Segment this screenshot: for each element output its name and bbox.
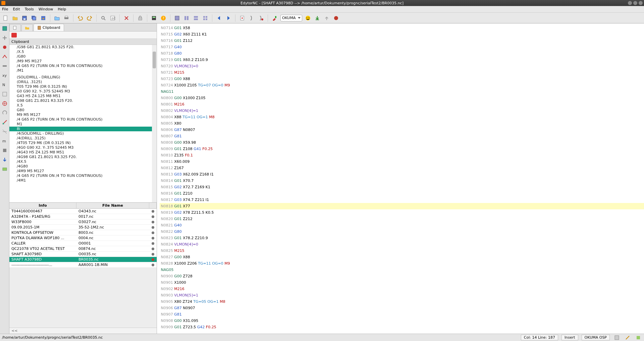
clipboard-list[interactable]: /G98 G81 Z1.8021 R3.325 F20./X.5/G80/M9 … (9, 45, 157, 202)
clipboard-item[interactable]: /4G98 G81 Z1.8021 R3.325 F20. (9, 155, 157, 159)
clipboard-item[interactable]: /4G0 G90 X2. Y-.375 S2445 M3 (9, 145, 157, 150)
menu-help[interactable]: Help (58, 7, 66, 11)
redo-button[interactable] (86, 14, 93, 22)
upload-button[interactable] (323, 14, 330, 22)
save-all-button[interactable] (30, 14, 38, 22)
ts-btn-12[interactable] (1, 128, 8, 135)
file-row[interactable]: SHAFT A30798DO0035.nc (9, 252, 157, 257)
col-fname-header[interactable]: File Name (76, 203, 149, 208)
ts-btn-13[interactable]: m (1, 137, 8, 145)
tab-clipboard[interactable]: Clipboard (34, 24, 64, 31)
file-row[interactable]: A32847A - P1AES/RG0017.nc (9, 214, 157, 219)
ts-btn-10[interactable] (1, 109, 8, 117)
clipboard-item[interactable]: /4X.5 (9, 159, 157, 164)
clipboard-item[interactable]: /4(DRILL .3125) (9, 136, 157, 141)
status-tool-3[interactable] (635, 334, 642, 341)
ts-btn-1[interactable] (1, 25, 8, 32)
clipboard-item[interactable]: /G98 G81 Z1.8021 R3.325 F20. (9, 45, 157, 50)
arrow-left-button[interactable] (215, 14, 223, 22)
clipboard-item[interactable]: X.5 (9, 103, 157, 108)
clipboard-item[interactable]: G43 H5 Z4.125 M8 M51 (9, 94, 157, 98)
clipboard-item[interactable]: 8i (9, 127, 157, 131)
readonly-button[interactable] (137, 14, 144, 22)
find-button[interactable] (100, 14, 107, 22)
maximize-button[interactable] (633, 1, 637, 5)
file-row[interactable]: QC21078 VT02 ACETAL TEST00874.nc (9, 246, 157, 252)
clipboard-item[interactable]: /4G80 (9, 164, 157, 169)
code-editor[interactable]: N0714 G01 X58 N0715 G02 X60 Z111 K1 N071… (157, 23, 644, 334)
clipboard-item[interactable]: /M1 (9, 68, 157, 73)
close-window-button[interactable] (639, 1, 643, 5)
clipboard-item[interactable]: G80 (9, 108, 157, 113)
open-file-button[interactable] (11, 14, 19, 22)
menu-tools[interactable]: Tools (25, 7, 34, 11)
save-button[interactable] (21, 14, 28, 22)
brush-button[interactable] (271, 14, 278, 22)
clipboard-clear-button[interactable] (11, 33, 17, 38)
open-example-button[interactable] (53, 14, 61, 22)
file-row[interactable]: ----------------------------...AAR001-1B… (9, 262, 157, 268)
undo-button[interactable] (76, 14, 84, 22)
download-button[interactable] (314, 14, 321, 22)
calc-button[interactable] (150, 14, 158, 22)
ts-btn-3[interactable] (1, 44, 8, 51)
ts-btn-11[interactable] (1, 119, 8, 126)
replace-button[interactable]: ab (109, 14, 116, 22)
clipboard-item[interactable]: (DRILL .3125) (9, 80, 157, 84)
clipboard-item[interactable]: G0 G90 X2. Y-.375 S2445 M3 (9, 89, 157, 94)
collapse-panel-button[interactable]: << (9, 328, 157, 334)
tool-b-button[interactable] (183, 14, 190, 22)
menu-file[interactable]: File (2, 7, 8, 11)
file-row[interactable]: W33FB000O3027.nc (9, 219, 157, 225)
clipboard-item[interactable]: /M9 M5 M127 (9, 59, 157, 64)
clipboard-item[interactable]: T05 T29 M6 (DR 0.3125 IN) (9, 84, 157, 89)
clipboard-item[interactable]: /4G43 H5 Z4.125 M8 M51 (9, 150, 157, 155)
clipboard-item[interactable]: M9 M5 M127 (9, 113, 157, 117)
file-row[interactable]: KONTROLA OFFSETOW8003.nc (9, 230, 157, 235)
machine-select[interactable]: OKUMA (280, 15, 302, 21)
clipboard-item[interactable]: /4T05 T29 M6 (DR 0.3125 IN) (9, 141, 157, 145)
ts-btn-4[interactable] (1, 53, 8, 60)
col-info-header[interactable]: Info (9, 203, 76, 208)
clipboard-item[interactable]: /4(SOLIDMILL - DRILLING) (9, 131, 157, 136)
ts-btn-5[interactable] (1, 62, 8, 70)
status-tool-1[interactable] (613, 334, 621, 341)
clipboard-item[interactable]: /4M1 (9, 178, 157, 183)
new-file-button[interactable] (2, 14, 9, 22)
tool-c-button[interactable] (192, 14, 200, 22)
clipboard-item[interactable]: /4M9 M5 M127 (9, 169, 157, 174)
arrow-right-button[interactable] (225, 14, 232, 22)
ts-btn-2[interactable] (1, 34, 8, 42)
ts-btn-9[interactable] (1, 100, 8, 107)
file-row[interactable]: PLYTKA DLAWIKA WDF180 ...0004.nc (9, 235, 157, 241)
menu-window[interactable]: Window (39, 7, 53, 11)
clipboard-item[interactable]: /G80 (9, 54, 157, 59)
clipboard-item[interactable]: /4 G65 P2 (TURN ON /4 TO RUN CONTINUOUS) (9, 117, 157, 122)
emoji-button[interactable] (304, 14, 312, 22)
clipboard-item[interactable]: /X.5 (9, 50, 157, 54)
save-as-button[interactable] (40, 14, 47, 22)
clipboard-item[interactable]: /4 G65 P2 (TURN ON /4 TO RUN CONTINUOUS) (9, 174, 157, 178)
delete-button[interactable] (123, 14, 130, 22)
file-row[interactable]: T044160D00467O4343.nc (9, 209, 157, 214)
ts-btn-15[interactable] (1, 156, 8, 163)
file-row[interactable]: CALLERO0001 (9, 241, 157, 246)
clipboard-item[interactable]: M1 (9, 122, 157, 127)
ts-btn-7[interactable]: N (1, 81, 8, 88)
attach2-button[interactable] (248, 14, 255, 22)
menu-edit[interactable]: Edit (13, 7, 20, 11)
ts-btn-6[interactable]: xy (1, 72, 8, 79)
tool-a-button[interactable] (173, 14, 181, 22)
tool-d-button[interactable] (202, 14, 209, 22)
clip-scrollbar[interactable] (152, 45, 157, 202)
clipboard-item[interactable]: (SOLIDMILL - DRILLING) (9, 75, 157, 80)
ts-btn-14[interactable] (1, 147, 8, 154)
attach1-button[interactable] (238, 14, 246, 22)
clipboard-item[interactable]: /4 G65 P2 (TURN ON /4 TO RUN CONTINUOUS) (9, 64, 157, 68)
help-button[interactable]: ? (160, 14, 167, 22)
file-row[interactable]: 09.09.2015-1M35-52-1M2.nc (9, 225, 157, 230)
print-button[interactable] (63, 14, 70, 22)
tab-folder[interactable] (21, 24, 33, 31)
ts-btn-16[interactable] (1, 165, 8, 173)
file-row[interactable]: SHAFT A30798DBR0035.nc (9, 257, 157, 262)
